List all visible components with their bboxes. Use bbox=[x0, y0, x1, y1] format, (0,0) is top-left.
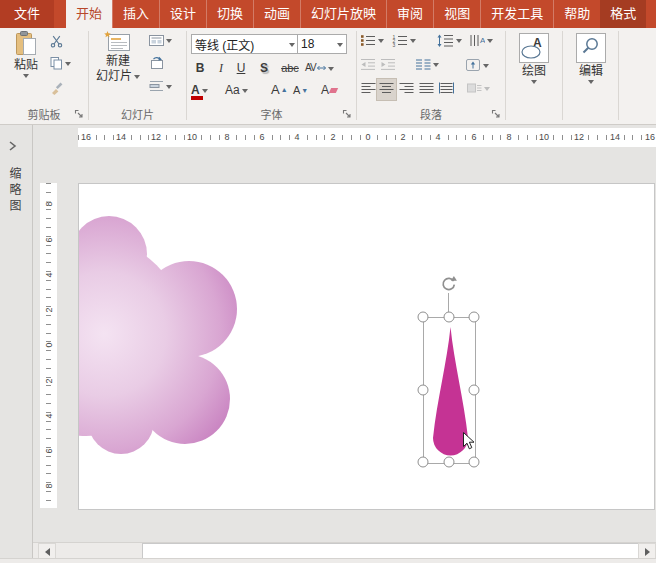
font-name-select[interactable]: 等线 (正文) bbox=[191, 34, 299, 54]
bullets-button[interactable] bbox=[360, 34, 384, 47]
format-painter-button[interactable] bbox=[50, 82, 64, 95]
font-color-bar bbox=[191, 96, 203, 100]
paragraph-dialog-launcher[interactable] bbox=[491, 109, 502, 120]
smartart-convert-button[interactable] bbox=[467, 82, 490, 94]
ruler-number: 8 bbox=[43, 201, 55, 206]
tab-file[interactable]: 文件 bbox=[0, 0, 54, 28]
selection-handle-ne[interactable] bbox=[469, 312, 480, 323]
horizontal-scrollbar[interactable] bbox=[33, 542, 656, 559]
character-spacing-button[interactable]: AV bbox=[305, 59, 334, 77]
section-button[interactable] bbox=[149, 80, 172, 92]
text-direction-button[interactable]: A bbox=[469, 34, 493, 47]
smartart-icon bbox=[467, 82, 482, 94]
tab-animations[interactable]: 动画 bbox=[253, 0, 300, 28]
font-group-label: 字体 bbox=[187, 106, 356, 122]
selection-handle-nw[interactable] bbox=[418, 312, 429, 323]
new-slide-icon bbox=[104, 31, 132, 53]
reset-button[interactable] bbox=[149, 56, 164, 70]
tab-help[interactable]: 帮助 bbox=[553, 0, 600, 28]
copy-button[interactable] bbox=[50, 57, 71, 70]
clear-formatting-button[interactable]: A bbox=[321, 83, 337, 97]
font-dialog-launcher[interactable] bbox=[342, 109, 353, 120]
slide-canvas[interactable] bbox=[78, 183, 655, 510]
ruler-number: 2 bbox=[328, 128, 337, 147]
justify-icon bbox=[419, 82, 434, 94]
flower-shape[interactable] bbox=[79, 216, 237, 454]
align-right-icon bbox=[399, 82, 414, 94]
line-spacing-button[interactable] bbox=[437, 34, 462, 47]
numbering-button[interactable]: 123 bbox=[392, 34, 416, 47]
font-color-button[interactable]: A bbox=[191, 83, 208, 97]
tab-transitions[interactable]: 切换 bbox=[206, 0, 253, 28]
decrease-indent-button[interactable] bbox=[360, 58, 376, 71]
increase-font-button[interactable]: A ▲ bbox=[271, 82, 288, 97]
text-direction-icon: A bbox=[469, 34, 485, 47]
tab-review[interactable]: 审阅 bbox=[386, 0, 433, 28]
menu-bar: 文件 开始 插入 设计 切换 动画 幻灯片放映 审阅 视图 开发工具 帮助 格式… bbox=[0, 0, 656, 28]
spacing-arrows-icon bbox=[317, 65, 326, 71]
editing-button[interactable]: 编辑 bbox=[576, 33, 606, 85]
ruler-number: 4 bbox=[433, 128, 442, 147]
distribute-button[interactable] bbox=[439, 82, 454, 94]
italic-button[interactable]: I bbox=[215, 59, 227, 77]
cut-button[interactable] bbox=[50, 35, 63, 48]
align-right-button[interactable] bbox=[399, 82, 414, 94]
drawing-button[interactable]: A 绘图 bbox=[519, 33, 549, 85]
clipboard-dialog-launcher[interactable] bbox=[74, 109, 85, 120]
scissors-icon bbox=[50, 35, 63, 48]
ruler-number: 0 bbox=[43, 342, 55, 347]
text-shadow-button[interactable]: S bbox=[257, 59, 271, 77]
selection-handle-sw[interactable] bbox=[418, 457, 429, 468]
bullets-icon bbox=[360, 34, 376, 47]
group-slides: 新建 幻灯片 幻灯片 bbox=[89, 28, 186, 124]
columns-icon bbox=[415, 58, 431, 71]
clipboard-icon bbox=[15, 31, 37, 57]
menu-bar-right: 告诉我 共享 bbox=[652, 0, 656, 28]
selection-handle-n[interactable] bbox=[443, 312, 454, 323]
ruler-number: 2 bbox=[398, 128, 407, 147]
copy-icon bbox=[50, 57, 63, 70]
change-case-button[interactable]: Aa bbox=[225, 83, 248, 97]
ruler-number: 2 bbox=[43, 307, 55, 312]
align-left-icon bbox=[361, 82, 376, 94]
increase-indent-button[interactable] bbox=[380, 58, 396, 71]
svg-text:3: 3 bbox=[393, 42, 396, 47]
thumbnails-label[interactable]: 缩略图 bbox=[6, 167, 23, 215]
align-center-button[interactable] bbox=[379, 82, 394, 94]
columns-button[interactable] bbox=[415, 58, 439, 71]
rotation-handle[interactable] bbox=[440, 275, 457, 292]
selection-handle-se[interactable] bbox=[469, 457, 480, 468]
thumbnails-expand-chevron[interactable] bbox=[8, 140, 17, 152]
tab-design[interactable]: 设计 bbox=[159, 0, 206, 28]
line-spacing-icon bbox=[437, 34, 454, 47]
align-text-button[interactable] bbox=[465, 58, 489, 72]
decrease-font-button[interactable]: A ▼ bbox=[293, 84, 308, 96]
ruler-number: 16 bbox=[643, 128, 656, 147]
paste-label: 粘贴 bbox=[14, 59, 38, 72]
strikethrough-button[interactable]: abc bbox=[279, 59, 301, 77]
selection-handle-e[interactable] bbox=[469, 384, 480, 395]
tab-insert[interactable]: 插入 bbox=[112, 0, 159, 28]
tab-format[interactable]: 格式 bbox=[600, 0, 646, 28]
new-slide-button[interactable]: 新建 幻灯片 bbox=[94, 31, 142, 83]
bold-button[interactable]: B bbox=[193, 59, 207, 77]
justify-button[interactable] bbox=[419, 82, 434, 94]
scroll-thumb[interactable] bbox=[142, 543, 641, 559]
tab-developer[interactable]: 开发工具 bbox=[480, 0, 553, 28]
font-size-select[interactable]: 18 bbox=[297, 34, 347, 54]
paste-button[interactable]: 粘贴 bbox=[5, 31, 47, 79]
layout-button[interactable] bbox=[149, 35, 172, 46]
selection-handle-s[interactable] bbox=[443, 457, 454, 468]
underline-button[interactable]: U bbox=[234, 59, 248, 77]
tab-home[interactable]: 开始 bbox=[66, 0, 112, 28]
align-left-button[interactable] bbox=[361, 82, 376, 94]
selection-handle-w[interactable] bbox=[418, 384, 429, 395]
ruler-number: 14 bbox=[608, 128, 622, 147]
layout-dropdown bbox=[166, 39, 172, 46]
ruler-number: 12 bbox=[572, 128, 586, 147]
new-slide-label-2: 幻灯片 bbox=[96, 70, 140, 83]
tab-view[interactable]: 视图 bbox=[433, 0, 480, 28]
ruler-number: 6 bbox=[43, 237, 55, 242]
tab-slideshow[interactable]: 幻灯片放映 bbox=[300, 0, 386, 28]
layout-icon bbox=[149, 35, 164, 46]
